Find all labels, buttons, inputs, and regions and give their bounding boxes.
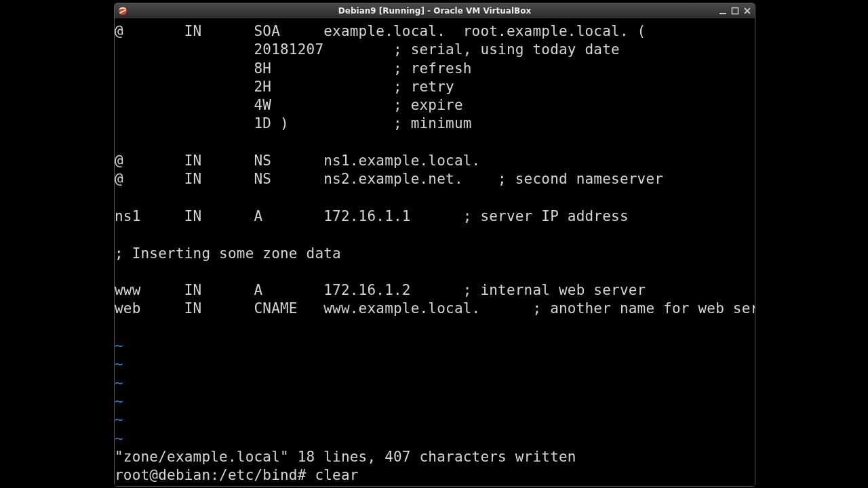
terminal-line bbox=[115, 263, 755, 281]
terminal-line: www IN A 172.16.1.2 ; internal web serve… bbox=[115, 281, 755, 300]
terminal-line: 20181207 ; serial, using today date bbox=[115, 41, 755, 59]
terminal-line bbox=[115, 134, 755, 152]
terminal-line: root@debian:/etc/bind# clear bbox=[115, 466, 755, 485]
terminal-line bbox=[115, 226, 755, 244]
virtualbox-icon bbox=[117, 5, 128, 16]
terminal-line bbox=[115, 319, 755, 337]
terminal-line: 4W ; expire bbox=[115, 96, 755, 115]
close-button[interactable] bbox=[743, 6, 752, 16]
terminal-line: ~ bbox=[115, 355, 755, 373]
terminal-line: 8H ; refresh bbox=[115, 60, 755, 78]
terminal-line: ~ bbox=[115, 337, 755, 355]
terminal-line: ~ bbox=[115, 392, 755, 411]
maximize-button[interactable] bbox=[730, 6, 740, 16]
window-title: Debian9 [Running] - Oracle VM VirtualBox bbox=[115, 6, 755, 16]
terminal-line: ; Inserting some zone data bbox=[115, 245, 755, 263]
terminal-line bbox=[115, 189, 755, 207]
terminal-line: ~ bbox=[115, 430, 755, 448]
terminal-line: @ IN SOA example.local. root.example.loc… bbox=[115, 22, 755, 41]
window-controls bbox=[718, 6, 755, 16]
terminal-line: @ IN NS ns2.example.net. ; second namese… bbox=[115, 170, 755, 188]
svg-rect-1 bbox=[719, 13, 726, 14]
minimize-button[interactable] bbox=[718, 6, 728, 16]
terminal-line: ns1 IN A 172.16.1.1 ; server IP address bbox=[115, 207, 755, 226]
terminal-line: 1D ) ; minimum bbox=[115, 115, 755, 133]
window-titlebar[interactable]: Debian9 [Running] - Oracle VM VirtualBox bbox=[115, 3, 755, 19]
terminal-area[interactable]: @ IN SOA example.local. root.example.loc… bbox=[115, 18, 755, 486]
vm-window: Debian9 [Running] - Oracle VM VirtualBox… bbox=[114, 3, 755, 487]
terminal-line: 2H ; retry bbox=[115, 78, 755, 96]
terminal-line: ~ bbox=[115, 411, 755, 429]
terminal-line: @ IN NS ns1.example.local. bbox=[115, 152, 755, 170]
terminal-line: "zone/example.local" 18 lines, 407 chara… bbox=[115, 448, 755, 466]
svg-rect-2 bbox=[732, 8, 738, 14]
terminal-line: ~ bbox=[115, 374, 755, 392]
terminal-line: web IN CNAME www.example.local. ; anothe… bbox=[115, 300, 755, 318]
